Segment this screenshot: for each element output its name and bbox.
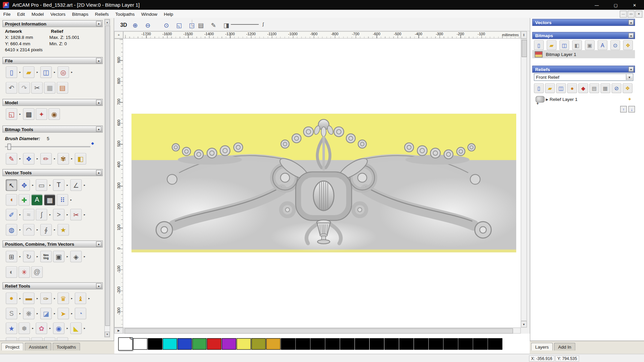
- group-vectors-flyout-arrow-icon[interactable]: ▸: [66, 255, 69, 258]
- show-bitmap-icon[interactable]: ▤: [195, 20, 207, 31]
- menu-help[interactable]: Help: [161, 10, 176, 18]
- two-rail-sweep-icon[interactable]: S: [6, 308, 17, 319]
- flood-fill-icon[interactable]: ◧: [75, 153, 86, 165]
- menu-vectors[interactable]: Vectors: [47, 10, 69, 18]
- new-relief-icon[interactable]: ▯: [534, 83, 544, 93]
- nesting-icon[interactable]: Nes ting: [40, 251, 52, 262]
- save-model-flyout-arrow-icon[interactable]: ▸: [53, 71, 56, 74]
- weld-vectors-icon[interactable]: ◈: [70, 251, 82, 262]
- save-relief-icon[interactable]: ◫: [556, 83, 566, 93]
- align-vectors-icon[interactable]: ⊞: [6, 251, 17, 262]
- colour-swatch[interactable]: [414, 338, 428, 349]
- scroll-left-arrow-icon[interactable]: ▶: [114, 327, 123, 334]
- menu-reliefs[interactable]: Reliefs: [92, 10, 112, 18]
- colour-swatch[interactable]: [340, 338, 355, 349]
- colour-swatch[interactable]: [459, 338, 473, 349]
- collapse-button[interactable]: ▴: [628, 33, 634, 38]
- collapse-button[interactable]: ▴: [628, 66, 634, 72]
- paint-selective-colour-flyout-arrow-icon[interactable]: ▸: [36, 157, 39, 161]
- create-bezier-icon[interactable]: ∫: [36, 209, 47, 220]
- collapse-button[interactable]: ▴: [96, 58, 102, 63]
- scrollbar-thumb[interactable]: [124, 328, 513, 334]
- tab-assistant[interactable]: Assistant: [25, 343, 51, 350]
- relief-options-icon[interactable]: ❖: [623, 83, 632, 93]
- left-panel-scrollbar[interactable]: ▲ ▼: [104, 19, 110, 337]
- relief-layer-row[interactable]: ▶ Relief Layer 1 ✦: [532, 95, 635, 104]
- shape-editor-flyout-arrow-icon[interactable]: ▸: [18, 297, 22, 300]
- create-text-icon[interactable]: T: [53, 179, 64, 191]
- adjust-model-icon[interactable]: ▩: [23, 108, 35, 120]
- fit-arcs-icon[interactable]: ≈: [23, 209, 35, 220]
- pixel-edit-flyout-arrow-icon[interactable]: ▸: [53, 157, 56, 161]
- measure-icon[interactable]: ∠: [70, 179, 82, 191]
- chevron-down-icon[interactable]: ▼: [626, 74, 633, 80]
- model-texture-icon[interactable]: ◉: [48, 108, 60, 120]
- relief-clipart-library-icon[interactable]: ✦: [36, 108, 47, 120]
- create-star-icon[interactable]: ★: [57, 224, 69, 236]
- scroll-up-arrow-icon[interactable]: ▲: [105, 19, 110, 25]
- colour-swatch[interactable]: [488, 338, 502, 349]
- transform-vectors-flyout-arrow-icon[interactable]: ▸: [31, 183, 35, 187]
- bitmap-to-vector-icon[interactable]: A: [598, 40, 607, 50]
- colour-swatch[interactable]: [443, 338, 458, 349]
- sculpt-flyout-arrow-icon[interactable]: ▸: [53, 297, 56, 300]
- relief-calculator-icon[interactable]: ▦: [600, 83, 610, 93]
- vector-doctor-icon[interactable]: ✚: [18, 194, 30, 205]
- menu-bitmaps[interactable]: Bitmaps: [69, 10, 92, 18]
- export-model-icon[interactable]: ◎: [57, 66, 69, 78]
- expander-arrow-icon[interactable]: ▶: [546, 98, 548, 101]
- colour-palette-flyout-arrow-icon[interactable]: ▸: [70, 157, 73, 161]
- collapse-button[interactable]: ▴: [96, 126, 102, 132]
- zoom-fit-icon[interactable]: ◱: [173, 20, 185, 31]
- bitmap-merge-icon[interactable]: ▣: [585, 40, 595, 50]
- colour-swatch[interactable]: [281, 338, 296, 349]
- save-bitmap-icon[interactable]: ◫: [559, 40, 569, 50]
- block-copy-flyout-arrow-icon[interactable]: ▸: [69, 198, 73, 201]
- colour-swatch[interactable]: [370, 338, 384, 349]
- collapse-button[interactable]: ▴: [628, 20, 634, 25]
- colour-link-icon[interactable]: ⊙: [610, 40, 620, 50]
- create-polyline-icon[interactable]: ✐: [6, 209, 17, 220]
- copy-icon[interactable]: ▦: [44, 82, 55, 94]
- tab-toolpaths[interactable]: Toolpaths: [53, 343, 80, 350]
- paste-icon[interactable]: ▤: [57, 82, 68, 94]
- new-model-flyout-arrow-icon[interactable]: ▸: [18, 71, 22, 74]
- convert-text-to-vectors-icon[interactable]: A: [31, 194, 43, 205]
- scrollbar-thumb[interactable]: [522, 40, 527, 57]
- unwrap-relief-icon[interactable]: ◔: [75, 308, 86, 319]
- set-model-size-icon[interactable]: ◱: [6, 108, 17, 120]
- transform-vectors-icon[interactable]: ✥: [18, 179, 30, 191]
- trim-vectors-flyout-arrow-icon[interactable]: ▸: [83, 213, 86, 217]
- create-vector-offset-icon[interactable]: ◖: [6, 194, 17, 205]
- create-polyline-flyout-arrow-icon[interactable]: ▸: [18, 213, 22, 217]
- mdi-minimize-button[interactable]: —: [620, 11, 627, 18]
- mdi-close-button[interactable]: ✕: [635, 11, 642, 18]
- menu-window[interactable]: Window: [138, 10, 160, 18]
- drawing-canvas[interactable]: [123, 39, 521, 327]
- line-width-control[interactable]: ʃ: [230, 21, 264, 28]
- mirror-vectors-icon[interactable]: ◐: [6, 266, 17, 278]
- collapse-button[interactable]: ▴: [96, 241, 102, 247]
- colour-swatch[interactable]: [192, 338, 207, 349]
- menu-edit[interactable]: Edit: [14, 10, 28, 18]
- smooth-relief-flyout-arrow-icon[interactable]: ▸: [36, 297, 39, 300]
- maximize-button[interactable]: ▢: [606, 0, 625, 10]
- calculate-relief-icon[interactable]: ◆: [578, 83, 588, 93]
- scroll-down-arrow-icon[interactable]: ▼: [105, 331, 110, 337]
- paint-flyout-arrow-icon[interactable]: ▸: [18, 157, 22, 161]
- group-vectors-icon[interactable]: ▣: [53, 251, 64, 262]
- colour-swatch[interactable]: [133, 338, 148, 349]
- slice-vectors-icon[interactable]: ✳: [18, 266, 30, 278]
- extrude-flyout-arrow-icon[interactable]: ▸: [70, 312, 73, 315]
- tab-add-in[interactable]: Add In: [554, 343, 575, 350]
- close-button[interactable]: ✕: [625, 0, 644, 10]
- mdi-restore-button[interactable]: ▭: [628, 11, 635, 18]
- colour-palette-icon[interactable]: ✾: [57, 153, 69, 165]
- menu-model[interactable]: Model: [28, 10, 47, 18]
- menu-toolpaths[interactable]: Toolpaths: [112, 10, 138, 18]
- two-rail-sweep-flyout-arrow-icon[interactable]: ▸: [18, 312, 22, 315]
- new-model-icon[interactable]: ▯: [6, 66, 17, 78]
- zoom-out-icon[interactable]: ⊖: [142, 20, 154, 31]
- canvas-horizontal-scrollbar[interactable]: [123, 327, 521, 334]
- canvas-vertical-scrollbar[interactable]: [521, 39, 527, 321]
